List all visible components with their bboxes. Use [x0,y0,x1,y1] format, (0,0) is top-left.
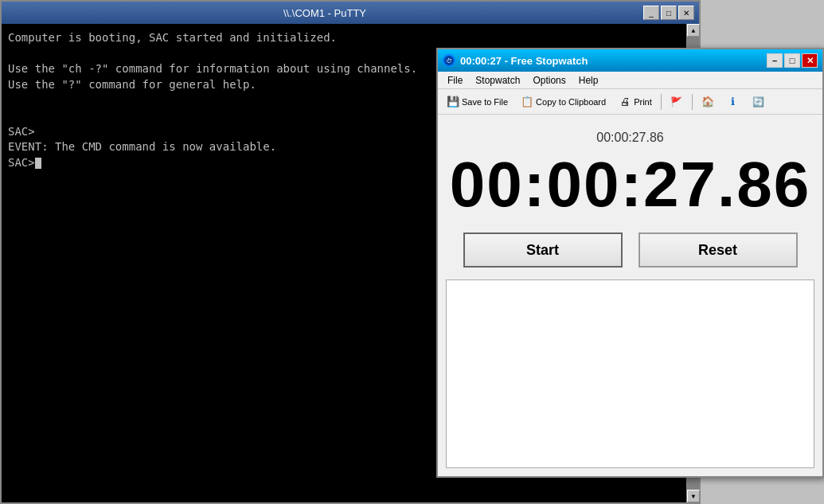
stopwatch-title-area: ⏱ 00:00:27 - Free Stopwatch [443,54,588,67]
copy-label: Copy to Clipboard [536,97,606,107]
stopwatch-close-button[interactable]: ✕ [802,53,818,68]
copy-to-clipboard-button[interactable]: Copy to Clipboard [515,92,611,111]
stopwatch-window: ⏱ 00:00:27 - Free Stopwatch – □ ✕ File S… [436,48,824,478]
stopwatch-titlebar: ⏱ 00:00:27 - Free Stopwatch – □ ✕ [438,49,822,72]
putty-minimize-button[interactable]: _ [643,6,659,20]
start-button[interactable]: Start [463,232,623,268]
info-icon [727,96,740,108]
putty-maximize-button[interactable]: □ [661,6,677,20]
print-button[interactable]: Print [613,92,658,111]
toolbar-flag-button[interactable]: 🚩 [665,92,689,111]
print-icon [619,96,631,108]
refresh-icon [752,96,765,108]
save-label: Save to File [462,97,508,107]
menu-stopwatch[interactable]: Stopwatch [469,73,526,88]
terminal-cursor [35,158,41,169]
stopwatch-menubar: File Stopwatch Options Help [438,72,822,89]
menu-file[interactable]: File [441,73,469,88]
print-label: Print [634,97,652,107]
stopwatch-toolbar: Save to File Copy to Clipboard Print 🚩 [438,89,822,115]
toolbar-info-button[interactable] [721,92,745,111]
time-display-small: 00:00:27.86 [596,131,664,145]
stopwatch-button-row: Start Reset [446,232,814,268]
toolbar-home-button[interactable] [696,92,720,111]
stopwatch-app-icon: ⏱ [443,54,455,67]
stopwatch-body: 00:00:27.86 00:00:27.86 Start Reset [438,115,822,476]
copy-icon [521,96,533,108]
menu-help[interactable]: Help [572,73,605,88]
flag-icon: 🚩 [670,96,683,108]
lap-times-area [446,279,814,468]
menu-options[interactable]: Options [526,73,572,88]
stopwatch-maximize-button[interactable]: □ [784,53,800,68]
putty-window-controls: _ □ ✕ [643,6,694,20]
time-display-large: 00:00:27.86 [450,153,810,217]
stopwatch-window-controls: – □ ✕ [767,53,818,68]
putty-title: \\.\COM1 - PuTTY [6,7,643,19]
reset-button[interactable]: Reset [639,232,798,268]
save-to-file-button[interactable]: Save to File [441,92,514,111]
putty-close-button[interactable]: ✕ [678,6,694,20]
save-icon [447,96,459,108]
home-icon [701,96,714,108]
scrollbar-up[interactable]: ▲ [687,24,700,37]
toolbar-separator-1 [661,94,662,110]
stopwatch-minimize-button[interactable]: – [767,53,783,68]
toolbar-separator-2 [692,94,693,110]
scrollbar-down[interactable]: ▼ [687,490,700,502]
toolbar-refresh-button[interactable] [747,92,771,111]
stopwatch-title: 00:00:27 - Free Stopwatch [460,55,588,67]
putty-titlebar: \\.\COM1 - PuTTY _ □ ✕ [2,2,699,24]
